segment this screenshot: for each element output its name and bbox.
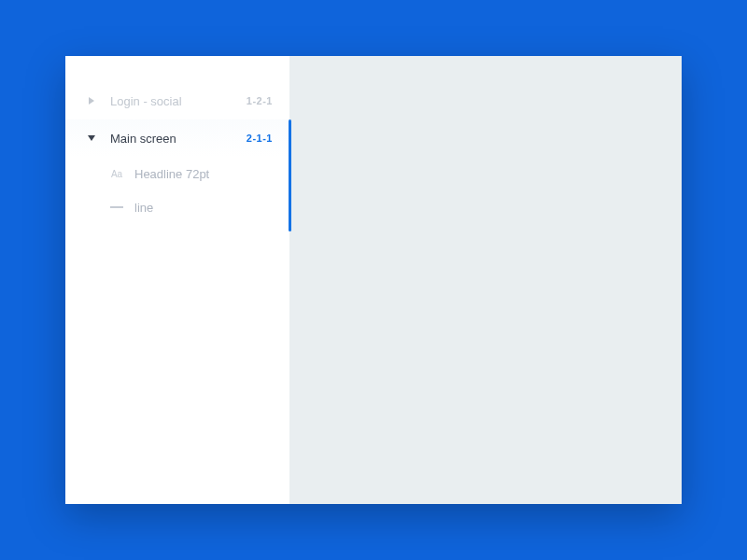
chevron-down-icon: [86, 134, 97, 142]
chevron-right-icon: [86, 97, 97, 105]
canvas-area[interactable]: [289, 56, 682, 504]
layer-item-main-screen[interactable]: Main screen 2-1-1: [65, 119, 289, 157]
app-window: Login - social 1-2-1 Main screen 2-1-1 A…: [65, 56, 682, 504]
sidebar-list: Login - social 1-2-1 Main screen 2-1-1 A…: [65, 56, 289, 224]
line-icon: [110, 201, 123, 214]
layer-child-label: Headline 72pt: [134, 167, 209, 181]
layers-sidebar: Login - social 1-2-1 Main screen 2-1-1 A…: [65, 56, 289, 504]
text-style-icon: Aa: [110, 167, 123, 180]
selection-indicator: [289, 119, 291, 231]
layer-child-line[interactable]: line: [65, 190, 289, 224]
layer-item-label: Main screen: [110, 132, 247, 146]
layer-child-headline[interactable]: Aa Headline 72pt: [65, 157, 289, 190]
layer-item-code: 2-1-1: [247, 133, 273, 144]
layer-child-label: line: [134, 201, 153, 215]
layer-item-login-social[interactable]: Login - social 1-2-1: [65, 82, 289, 119]
layer-item-code: 1-2-1: [247, 95, 273, 106]
layer-item-label: Login - social: [110, 94, 247, 108]
